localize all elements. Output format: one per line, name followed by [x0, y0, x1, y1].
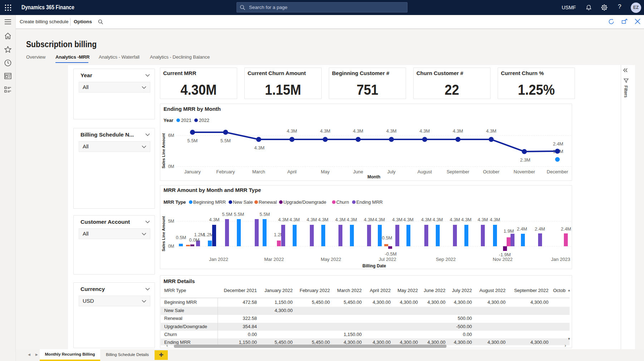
svg-text:0.5M: 0.5M	[176, 235, 186, 240]
svg-text:4.3M: 4.3M	[254, 145, 265, 150]
svg-text:February: February	[216, 169, 235, 174]
svg-text:5.5M: 5.5M	[234, 212, 244, 217]
svg-text:4.3M: 4.3M	[287, 128, 297, 134]
svg-text:2021: 2021	[181, 118, 191, 123]
svg-text:May: May	[321, 169, 330, 174]
svg-text:2022: 2022	[199, 118, 209, 123]
svg-text:4.3M: 4.3M	[335, 217, 346, 222]
svg-text:1.9M: 1.9M	[504, 228, 514, 234]
svg-text:Mar 2022: Mar 2022	[264, 257, 284, 262]
svg-text:Ending MRR: Ending MRR	[356, 199, 383, 205]
svg-text:0.5M: 0.5M	[382, 235, 392, 241]
svg-text:MRR Amount by Month and MRR Ty: MRR Amount by Month and MRR Type	[164, 187, 261, 193]
svg-text:4.3M: 4.3M	[347, 217, 357, 222]
svg-text:4.3M: 4.3M	[289, 217, 300, 222]
svg-text:Jul 2022: Jul 2022	[379, 257, 396, 262]
svg-text:1.2M: 1.2M	[194, 232, 205, 237]
svg-text:January: January	[184, 169, 201, 174]
svg-text:4.3M: 4.3M	[392, 217, 402, 222]
svg-text:4.3M: 4.3M	[450, 217, 460, 222]
svg-text:4.3M: 4.3M	[478, 217, 488, 222]
svg-text:4.3M: 4.3M	[433, 217, 443, 222]
svg-text:Sales Line Amount: Sales Line Amount	[161, 216, 166, 251]
svg-text:April: April	[287, 169, 297, 174]
svg-text:November: November	[514, 169, 536, 174]
svg-text:2.4M: 2.4M	[517, 226, 527, 232]
svg-text:Renewal: Renewal	[259, 199, 277, 205]
svg-text:September: September	[447, 169, 469, 174]
svg-text:4.3M: 4.3M	[461, 217, 472, 222]
svg-text:4.3M: 4.3M	[403, 217, 414, 222]
svg-text:4.3M: 4.3M	[353, 128, 364, 134]
svg-text:6M: 6M	[168, 133, 174, 138]
svg-text:0M: 0M	[168, 164, 174, 169]
svg-text:New Sale: New Sale	[233, 199, 253, 205]
svg-text:0M: 0M	[168, 244, 174, 249]
svg-text:Beginning MRR: Beginning MRR	[193, 199, 226, 205]
svg-text:4.3M: 4.3M	[209, 217, 220, 222]
svg-text:-0.5M: -0.5M	[385, 251, 396, 257]
svg-text:0.0M: 0.0M	[189, 237, 200, 243]
svg-text:Month: Month	[367, 174, 380, 179]
svg-text:4.3M: 4.3M	[421, 217, 431, 222]
svg-text:July: July	[387, 169, 396, 174]
svg-text:Churn: Churn	[336, 199, 349, 205]
svg-text:Sep 2022: Sep 2022	[436, 257, 456, 262]
svg-text:4.3M: 4.3M	[375, 217, 385, 222]
svg-text:4.3M: 4.3M	[486, 128, 497, 134]
svg-text:5.5M: 5.5M	[220, 138, 231, 143]
svg-text:2.4M: 2.4M	[553, 141, 564, 147]
svg-text:Year: Year	[164, 118, 173, 123]
svg-text:June: June	[353, 169, 363, 174]
svg-text:4.3M: 4.3M	[453, 128, 463, 134]
svg-text:Jan 2023: Jan 2023	[551, 257, 570, 262]
svg-text:2.4M: 2.4M	[561, 226, 571, 232]
svg-text:May 2022: May 2022	[321, 257, 341, 262]
svg-text:5M: 5M	[168, 219, 174, 224]
svg-text:4.3M: 4.3M	[420, 128, 430, 134]
svg-text:2.4M: 2.4M	[535, 226, 545, 232]
svg-text:Jan 2022: Jan 2022	[209, 257, 228, 262]
svg-text:Ending MRR by Month: Ending MRR by Month	[164, 106, 221, 112]
svg-text:Sales Line Amount: Sales Line Amount	[161, 133, 166, 168]
svg-text:4.3M: 4.3M	[320, 128, 331, 134]
svg-text:5.5M: 5.5M	[222, 212, 233, 217]
svg-text:4.3M: 4.3M	[364, 217, 374, 222]
svg-text:MRR Type: MRR Type	[164, 199, 186, 205]
svg-text:2.3M: 2.3M	[520, 157, 531, 163]
svg-text:4.3M: 4.3M	[490, 217, 500, 222]
svg-text:5.5M: 5.5M	[260, 212, 270, 217]
svg-text:4.3M: 4.3M	[278, 217, 289, 222]
svg-text:4.3M: 4.3M	[307, 217, 317, 222]
svg-text:5.5M: 5.5M	[187, 138, 198, 143]
svg-text:4.3M: 4.3M	[386, 128, 397, 134]
svg-text:Nov 2022: Nov 2022	[493, 257, 513, 262]
svg-text:4.3M: 4.3M	[318, 217, 328, 222]
svg-text:August: August	[418, 169, 432, 174]
svg-text:December: December	[547, 169, 569, 174]
svg-text:March: March	[252, 169, 265, 174]
svg-text:1.2M: 1.2M	[203, 232, 214, 237]
svg-text:October: October	[483, 169, 500, 174]
svg-text:Upgrade/Downgrade: Upgrade/Downgrade	[283, 199, 326, 205]
svg-text:Billing Date: Billing Date	[362, 263, 386, 268]
